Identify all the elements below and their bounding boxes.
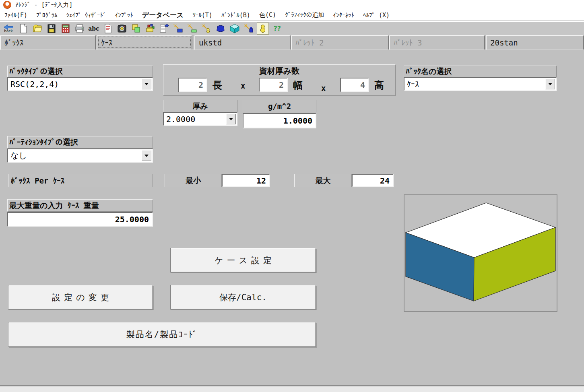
save-icon[interactable] (45, 23, 58, 35)
report-icon[interactable] (102, 23, 114, 35)
menu-database[interactable]: データベース (138, 10, 188, 21)
gsm-label: g/m^2 (243, 100, 316, 112)
gsm-field[interactable]: 1.0000 (243, 113, 316, 128)
height-count-field[interactable]: 4 (340, 78, 369, 92)
wand-tray-icon[interactable] (186, 23, 198, 35)
case-settings-button[interactable]: ケース設定 (170, 248, 316, 272)
spell-check-icon[interactable]: abc (88, 23, 100, 35)
menu-color[interactable]: 色(C) (255, 10, 281, 21)
help-icon[interactable]: ?? (271, 23, 283, 35)
pack-name-combobox[interactable]: ｹｰｽ (404, 77, 557, 91)
save-calc-button[interactable]: 保存/Calc. (170, 285, 316, 309)
max-label: 最大 (294, 174, 352, 187)
pack-type-dropdown-button[interactable] (142, 79, 151, 89)
tab-case[interactable]: ｹｰｽ (97, 35, 192, 50)
tab-20stan[interactable]: 20stan (486, 35, 584, 50)
box-per-case-label: ﾎﾞｯｸｽ Per ｹｰｽ (8, 174, 153, 187)
pack-type-label: ﾊﾟｯｸﾀｲﾌﾟの選択 (7, 66, 153, 77)
length-unit-label: 長 (213, 79, 222, 92)
menu-input[interactable]: ｲﾝﾌﾟｯﾄ (111, 10, 138, 21)
max-weight-field[interactable]: 25.0000 (7, 212, 153, 227)
menu-file[interactable]: ﾌｧｲﾙ(F) (0, 10, 32, 21)
partition-type-value: なし (10, 150, 27, 161)
max-field[interactable]: 24 (352, 174, 394, 187)
pack-name-label: ﾊﾟｯｸ名の選択 (404, 66, 557, 77)
window-title: ｱﾚﾝｼﾞ - [ﾃﾞｰﾀ入力] (15, 1, 73, 9)
max-weight-label: 最大重量の入力 ｹｰｽ 重量 (7, 199, 153, 212)
material-counts-title: 資材厚み数 (259, 66, 299, 76)
menu-bundle[interactable]: ﾊﾞﾝﾄﾞﾙ(B) (217, 10, 255, 21)
pack-type-combobox[interactable]: RSC(2,2,4) (7, 77, 153, 91)
back-button[interactable]: back (2, 23, 15, 35)
partition-type-label: ﾊﾟｰﾃｨｼｮﾝﾀｲﾌﾟの選択 (7, 136, 153, 149)
pack-type-value: RSC(2,2,4) (10, 79, 59, 89)
print-icon[interactable] (74, 23, 86, 35)
title-bar: ｱﾚﾝｼﾞ - [ﾃﾞｰﾀ入力] (0, 0, 584, 10)
toolbar: back abc (0, 22, 584, 35)
length-count-field[interactable]: 2 (178, 78, 207, 92)
partition-type-combobox[interactable]: なし (7, 149, 153, 163)
min-field[interactable]: 12 (222, 174, 270, 187)
tab-pallet-2[interactable]: ﾊﾟﾚｯﾄ 2 (291, 35, 389, 50)
thickness-combobox[interactable]: 2.0000 (163, 112, 237, 126)
wand-bottle-icon[interactable] (243, 23, 255, 35)
pack-name-dropdown-button[interactable] (545, 79, 555, 89)
tab-pallet-3[interactable]: ﾊﾟﾚｯﾄ 3 (389, 35, 485, 50)
case-preview-panel (404, 194, 557, 312)
menu-bar: ﾌｧｲﾙ(F) ﾌﾟﾛｸﾞﾗﾑ ｼｪｲﾌﾟ ｳｨｻﾞｰﾄﾞ ｲﾝﾌﾟｯﾄ データ… (0, 10, 584, 21)
thickness-value: 2.0000 (166, 114, 195, 124)
tab-ukstd[interactable]: ukstd (194, 35, 291, 50)
width-unit-label: 幅 (293, 79, 303, 92)
menu-help[interactable]: ﾍﾙﾌﾟ (X) (359, 10, 394, 21)
tab-bar: ﾎﾞｯｸｽ ｹｰｽ ukstd ﾊﾟﾚｯﾄ 2 ﾊﾟﾚｯﾄ 3 20stan (0, 35, 584, 50)
partition-type-dropdown-button[interactable] (142, 150, 151, 161)
menu-tools[interactable]: ﾂｰﾙ(T) (188, 10, 217, 21)
menu-program[interactable]: ﾌﾟﾛｸﾞﾗﾑ (32, 10, 62, 21)
menu-add-graphic[interactable]: ｸﾞﾗﾌｨｯｸの追加 (281, 10, 329, 21)
pack-group-icon[interactable] (144, 23, 156, 35)
thickness-dropdown-button[interactable] (226, 114, 236, 124)
form-fill-icon[interactable] (158, 23, 170, 35)
menu-internet[interactable]: ｲﾝﾀｰﾈｯﾄ (329, 10, 359, 21)
product-name-code-button[interactable]: 製品名/製品ｺｰﾄﾞ (8, 322, 316, 347)
calculator-icon[interactable] (60, 23, 72, 35)
case-3d-graphic (404, 195, 557, 311)
camera-icon[interactable] (116, 23, 128, 35)
height-unit-label: 高 (374, 79, 384, 92)
tab-box[interactable]: ﾎﾞｯｸｽ (0, 35, 96, 50)
copy-boxes-icon[interactable] (130, 23, 142, 35)
separator-x1: x (241, 81, 245, 90)
app-icon (3, 1, 11, 9)
bottle-icon[interactable] (257, 23, 269, 35)
bag-icon[interactable] (215, 23, 227, 35)
open-folder-icon[interactable] (31, 23, 43, 35)
thickness-label: 厚み (163, 100, 237, 112)
change-settings-button[interactable]: 設定の変更 (8, 285, 153, 309)
pack-name-value: ｹｰｽ (407, 79, 419, 89)
min-label: 最小 (165, 174, 222, 187)
wand-small-bottle-icon[interactable] (200, 23, 213, 35)
new-document-icon[interactable] (17, 23, 29, 35)
width-count-field[interactable]: 2 (259, 78, 288, 92)
menu-shape-wizard[interactable]: ｼｪｲﾌﾟ ｳｨｻﾞｰﾄﾞ (62, 10, 111, 21)
wand-case-icon[interactable] (172, 23, 184, 35)
separator-x2: x (321, 84, 326, 93)
window-bottom-edge (0, 385, 584, 392)
display-case-icon[interactable] (229, 23, 241, 35)
